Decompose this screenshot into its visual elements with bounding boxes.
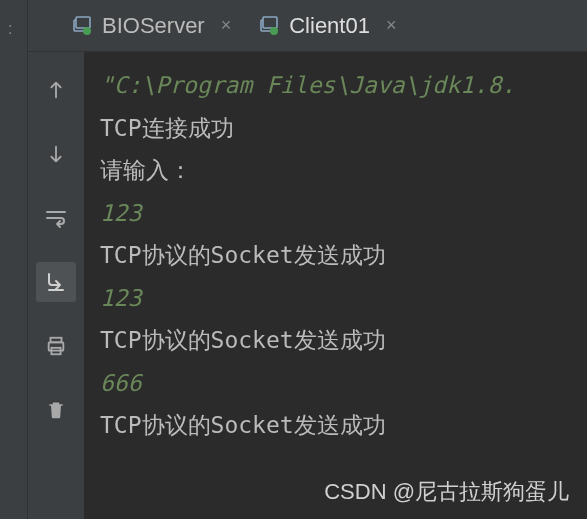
run-config-icon [72,16,92,36]
console-line: 123 [100,277,571,320]
svg-point-5 [270,27,278,35]
scroll-up-button[interactable] [36,70,76,110]
tabs-bar: BIOServer × Client01 × [28,0,587,52]
gutter-label: : [8,20,12,38]
svg-rect-1 [76,17,90,28]
tab-label: BIOServer [102,13,205,39]
soft-wrap-button[interactable] [36,198,76,238]
close-icon[interactable]: × [386,15,397,36]
tab-bioserver[interactable]: BIOServer × [58,5,245,47]
console-line: TCP协议的Socket发送成功 [100,234,571,277]
svg-rect-4 [263,17,277,28]
console-line: TCP协议的Socket发送成功 [100,404,571,447]
console-line: TCP连接成功 [100,107,571,150]
close-icon[interactable]: × [221,15,232,36]
print-button[interactable] [36,326,76,366]
console-line: 请输入： [100,149,571,192]
console-line: TCP协议的Socket发送成功 [100,319,571,362]
svg-point-2 [83,27,91,35]
tab-client01[interactable]: Client01 × [245,5,410,47]
console-line: 123 [100,192,571,235]
console-toolbar [28,52,84,519]
scroll-to-end-button[interactable] [36,262,76,302]
run-config-icon [259,16,279,36]
scroll-down-button[interactable] [36,134,76,174]
console-output[interactable]: "C:\Program Files\Java\jdk1.8. TCP连接成功 请… [84,52,587,519]
watermark: CSDN @尼古拉斯狗蛋儿 [324,477,569,507]
left-gutter: : [0,0,28,519]
tab-label: Client01 [289,13,370,39]
clear-all-button[interactable] [36,390,76,430]
console-line: "C:\Program Files\Java\jdk1.8. [100,64,571,107]
console-line: 666 [100,362,571,405]
